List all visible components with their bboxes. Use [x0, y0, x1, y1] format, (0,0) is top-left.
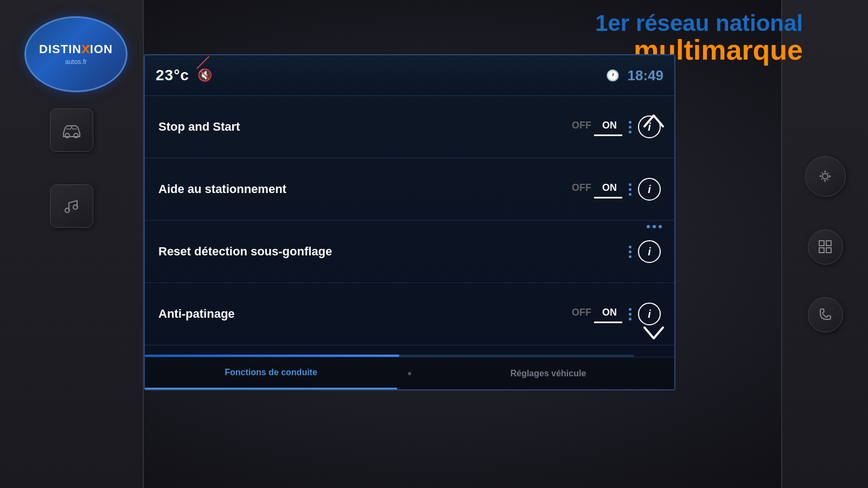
more-dots	[647, 225, 662, 228]
status-bar: 23°c 🔇 🕐 18:49	[145, 55, 674, 96]
setting-row-stop-start: Stop and Start OFF ON i	[145, 96, 674, 158]
stop-start-on-label: ON	[597, 118, 622, 133]
stop-start-underline	[594, 134, 622, 136]
tab-dot-separator	[408, 372, 411, 375]
svg-point-4	[822, 174, 828, 179]
right-panel	[781, 0, 868, 488]
main-screen: 23°c 🔇 🕐 18:49 Stop and Start OFF ON i	[144, 54, 675, 390]
aide-stationnement-on-label: ON	[597, 181, 622, 195]
anti-patinage-on-label: ON	[597, 305, 622, 320]
anti-patinage-off-label: OFF	[566, 305, 597, 320]
setting-row-anti-patinage: Anti-patinage OFF ON i	[145, 283, 674, 345]
car-button[interactable]	[50, 108, 93, 152]
watermark-line1: 1er réseau national	[595, 11, 803, 36]
svg-rect-6	[819, 241, 824, 246]
mute-icon: 🔇	[197, 68, 212, 82]
tab-bar: Fonctions de conduite Réglages véhicule	[145, 357, 674, 389]
svg-rect-9	[826, 248, 831, 253]
time-display: 18:49	[628, 67, 664, 84]
aide-stationnement-label: Aide au stationnement	[158, 182, 566, 196]
logo-sub: autos.fr	[65, 58, 87, 66]
temperature-display: 23°c	[156, 67, 189, 84]
aide-stationnement-off-label: OFF	[566, 181, 597, 195]
setting-row-reset-detection: Reset détection sous-gonflage i	[145, 221, 674, 283]
aide-stationnement-toggle[interactable]: OFF ON	[566, 181, 622, 198]
scroll-up-button[interactable]	[638, 104, 671, 137]
grid-button[interactable]	[808, 229, 843, 265]
gear-button[interactable]	[805, 156, 846, 197]
anti-patinage-dots-menu[interactable]	[629, 308, 631, 320]
svg-rect-8	[819, 248, 824, 253]
phone-button[interactable]	[808, 297, 843, 332]
music-button[interactable]	[50, 184, 93, 228]
reset-detection-dots-menu[interactable]	[629, 246, 631, 258]
content-area: Stop and Start OFF ON i Aide au stationn…	[145, 96, 674, 357]
stop-start-off-label: OFF	[566, 118, 597, 133]
tab-fonctions-label: Fonctions de conduite	[225, 368, 317, 377]
clock-icon: 🕐	[606, 69, 620, 82]
aide-stationnement-dots-menu[interactable]	[629, 183, 631, 196]
anti-patinage-underline	[594, 322, 622, 323]
setting-row-aide-stationnement: Aide au stationnement OFF ON i	[145, 158, 674, 221]
anti-patinage-label: Anti-patinage	[158, 307, 566, 321]
tab-reglages[interactable]: Réglages véhicule	[422, 357, 674, 389]
stop-start-toggle[interactable]: OFF ON	[566, 118, 622, 136]
logo-text: DISTINXION	[39, 43, 113, 56]
tab-fonctions[interactable]: Fonctions de conduite	[145, 357, 397, 389]
aide-stationnement-underline	[594, 197, 622, 198]
svg-rect-7	[826, 241, 831, 246]
anti-patinage-toggle[interactable]: OFF ON	[566, 305, 622, 323]
logo-oval: DISTINXION autos.fr	[24, 16, 127, 92]
stop-start-dots-menu[interactable]	[629, 121, 631, 133]
tab-reglages-label: Réglages véhicule	[510, 369, 586, 378]
stop-start-label: Stop and Start	[158, 120, 566, 134]
logo-container: DISTINXION autos.fr	[22, 11, 130, 98]
reset-detection-label: Reset détection sous-gonflage	[158, 245, 622, 259]
logo-x: X	[81, 42, 90, 56]
scroll-down-button[interactable]	[638, 316, 671, 349]
scroll-arrows	[634, 96, 674, 357]
